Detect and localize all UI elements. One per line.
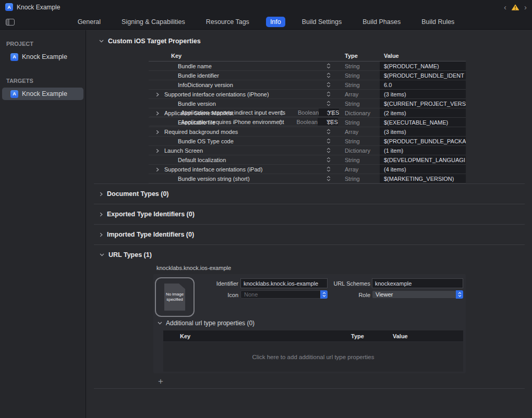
property-type[interactable]: Dictionary bbox=[332, 147, 380, 154]
tab-build-settings[interactable]: Build Settings bbox=[298, 17, 346, 27]
project-item-label: Knock Example bbox=[22, 53, 67, 60]
property-type[interactable]: String bbox=[332, 63, 380, 69]
tab-signing-capabilities[interactable]: Signing & Capabilities bbox=[117, 17, 189, 27]
property-value[interactable]: $(PRODUCT_BUNDLE_IDENT bbox=[380, 71, 466, 80]
url-type-editor: No image specified Identifier URL Scheme… bbox=[153, 274, 466, 373]
key-stepper-icon[interactable] bbox=[327, 91, 331, 98]
key-stepper-icon[interactable] bbox=[327, 176, 331, 182]
property-type[interactable]: String bbox=[332, 119, 380, 126]
property-type[interactable]: String bbox=[332, 82, 380, 88]
window-chrome: Knock Example ‹ › GeneralSigning & Capab… bbox=[0, 0, 532, 30]
property-row[interactable]: Default localization String $(DEVELOPMEN… bbox=[149, 155, 466, 165]
property-value[interactable]: $(EXECUTABLE_NAME) bbox=[380, 118, 466, 127]
property-value[interactable]: $(PRODUCT_BUNDLE_PACKA bbox=[380, 137, 466, 145]
warning-badge[interactable] bbox=[511, 4, 519, 11]
key-stepper-icon[interactable] bbox=[327, 166, 331, 173]
tab-info[interactable]: Info bbox=[266, 17, 285, 27]
property-value[interactable]: $(MARKETING_VERSION) bbox=[380, 174, 466, 183]
role-popup-value: Viewer bbox=[376, 291, 393, 298]
url-schemes-label: URL Schemes bbox=[333, 280, 370, 287]
sidebar-item-target[interactable]: Knock Example bbox=[2, 88, 83, 100]
additional-props-header[interactable]: Additional url type properties (0) bbox=[158, 319, 255, 327]
property-row[interactable]: Supported interface orientations (iPhone… bbox=[149, 90, 466, 99]
key-stepper-icon[interactable] bbox=[327, 101, 331, 107]
property-key: Required background modes bbox=[164, 129, 238, 135]
sidebar-item-project[interactable]: Knock Example bbox=[2, 51, 83, 63]
property-row[interactable]: Bundle identifier String $(PRODUCT_BUNDL… bbox=[149, 71, 466, 80]
property-key: Application Scene Manifest bbox=[164, 110, 234, 116]
url-schemes-field[interactable] bbox=[372, 278, 463, 288]
property-key: Supported interface orientations (iPhone… bbox=[164, 91, 269, 97]
key-stepper-icon[interactable] bbox=[327, 110, 331, 117]
property-row[interactable]: Bundle version String $(CURRENT_PROJECT_… bbox=[149, 99, 466, 108]
role-popup[interactable]: Viewer bbox=[372, 290, 463, 299]
disclosure-chevron-icon[interactable] bbox=[156, 148, 159, 154]
property-row[interactable]: Launch Screen Dictionary (1 item) bbox=[149, 146, 466, 155]
property-value[interactable]: $(DEVELOPMENT_LANGUAGI bbox=[380, 155, 466, 164]
identifier-field[interactable] bbox=[240, 278, 328, 288]
column-header-value: Value bbox=[393, 333, 463, 339]
property-row[interactable]: Bundle name String $(PRODUCT_NAME) bbox=[149, 62, 466, 71]
key-stepper-icon[interactable] bbox=[327, 119, 331, 126]
property-value[interactable]: (3 items) bbox=[380, 90, 466, 99]
disclosure-chevron-icon[interactable] bbox=[156, 129, 159, 136]
property-row[interactable]: Application Scene Manifest Dictionary (2… bbox=[149, 108, 466, 118]
icon-popup[interactable]: None bbox=[240, 290, 328, 299]
property-value[interactable]: $(PRODUCT_NAME) bbox=[380, 62, 466, 70]
tab-build-rules[interactable]: Build Rules bbox=[417, 17, 458, 27]
key-stepper-icon[interactable] bbox=[327, 138, 331, 145]
disclosure-chevron-icon[interactable] bbox=[156, 167, 159, 173]
tab-build-phases[interactable]: Build Phases bbox=[358, 17, 405, 27]
property-value[interactable]: (1 item) bbox=[380, 146, 466, 155]
chevron-right-icon bbox=[100, 232, 103, 237]
tab-resource-tags[interactable]: Resource Tags bbox=[202, 17, 253, 27]
property-type[interactable]: String bbox=[332, 101, 380, 107]
property-row[interactable]: Bundle version string (short) String $(M… bbox=[149, 174, 466, 183]
disclosure-chevron-icon[interactable] bbox=[156, 110, 159, 117]
section-header-document-types-0[interactable]: Document Types (0) bbox=[94, 183, 525, 204]
property-value[interactable]: (3 items) bbox=[380, 127, 466, 136]
column-header-type: Type bbox=[332, 53, 380, 59]
property-value[interactable]: 6.0 bbox=[380, 80, 466, 89]
property-type[interactable]: String bbox=[332, 176, 380, 182]
key-stepper-icon[interactable] bbox=[327, 129, 331, 136]
section-header-url-types[interactable]: URL Types (1) bbox=[94, 244, 525, 264]
disclosure-chevron-icon[interactable] bbox=[156, 92, 159, 98]
property-row[interactable]: Bundle OS Type code String $(PRODUCT_BUN… bbox=[149, 137, 466, 146]
property-row[interactable]: InfoDictionary version String 6.0 bbox=[149, 80, 466, 90]
key-stepper-icon[interactable] bbox=[327, 157, 331, 164]
property-value[interactable]: (4 items) bbox=[380, 165, 466, 174]
add-properties-click-area[interactable]: Click here to add additional url type pr… bbox=[163, 342, 463, 372]
target-icon bbox=[10, 90, 18, 98]
property-key: InfoDictionary version bbox=[178, 82, 233, 88]
property-type[interactable]: Array bbox=[332, 129, 380, 135]
icon-popup-value: None bbox=[244, 291, 258, 298]
property-type[interactable]: String bbox=[332, 138, 380, 144]
property-type[interactable]: Array bbox=[332, 91, 380, 97]
section-header-exported-type-identifiers-0[interactable]: Exported Type Identifiers (0) bbox=[94, 204, 525, 224]
nav-forward-button[interactable]: › bbox=[524, 3, 527, 11]
property-value[interactable]: $(CURRENT_PROJECT_VERS bbox=[380, 99, 466, 108]
nav-back-button[interactable]: ‹ bbox=[504, 3, 506, 11]
key-stepper-icon[interactable] bbox=[327, 63, 331, 70]
app-icon bbox=[5, 3, 13, 11]
key-stepper-icon[interactable] bbox=[327, 82, 331, 89]
property-type[interactable]: String bbox=[332, 157, 380, 163]
property-type[interactable]: String bbox=[332, 72, 380, 79]
section-header-custom-props[interactable]: Custom iOS Target Properties bbox=[86, 30, 532, 50]
property-row[interactable]: Supported interface orientations (iPad) … bbox=[149, 165, 466, 174]
property-value[interactable]: (2 items) bbox=[380, 108, 466, 117]
property-type[interactable]: Array bbox=[332, 166, 380, 173]
property-row[interactable]: Required background modes Array (3 items… bbox=[149, 127, 466, 137]
add-url-type-button[interactable]: + bbox=[155, 376, 166, 387]
property-type[interactable]: Dictionary bbox=[332, 110, 380, 116]
property-row[interactable]: Executable file String $(EXECUTABLE_NAME… bbox=[149, 118, 466, 127]
property-key: Launch Screen bbox=[164, 147, 203, 154]
key-stepper-icon[interactable] bbox=[327, 72, 331, 79]
section-header-imported-type-identifiers-0[interactable]: Imported Type Identifiers (0) bbox=[94, 224, 525, 244]
section-title: Exported Type Identifiers (0) bbox=[107, 211, 195, 218]
titlebar: Knock Example ‹ › bbox=[0, 0, 532, 14]
identifier-label: Identifier bbox=[153, 280, 238, 287]
key-stepper-icon[interactable] bbox=[327, 147, 331, 154]
tab-general[interactable]: General bbox=[74, 17, 105, 27]
